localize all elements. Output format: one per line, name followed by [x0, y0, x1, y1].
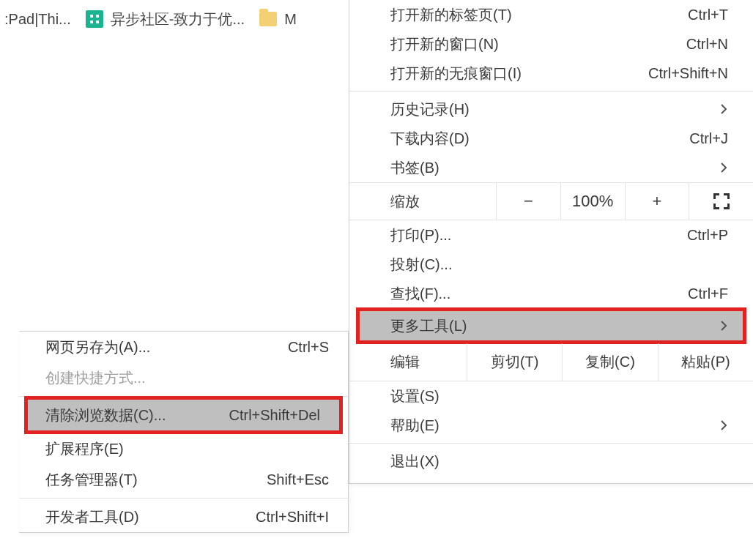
menu-more-tools[interactable]: 更多工具(L): [360, 311, 743, 340]
menu-separator: [19, 396, 348, 397]
menu-label: 清除浏览数据(C)...: [45, 406, 218, 425]
menu-label: 帮助(E): [390, 416, 712, 436]
bookmark-item-pad[interactable]: :Pad|Thi...: [4, 7, 78, 32]
menu-label: 打开新的窗口(N): [390, 34, 636, 54]
fullscreen-button[interactable]: [689, 183, 753, 220]
chevron-right-icon: [719, 321, 728, 331]
browser-main-menu: 打开新的标签页(T) Ctrl+T 打开新的窗口(N) Ctrl+N 打开新的无…: [349, 0, 753, 484]
menu-new-tab[interactable]: 打开新的标签页(T) Ctrl+T: [349, 0, 753, 29]
bookmark-item-yibu[interactable]: 异步社区-致力于优...: [78, 5, 252, 34]
menu-separator: [349, 91, 753, 92]
menu-shortcut: Ctrl+S: [288, 339, 329, 356]
folder-icon: [259, 12, 277, 26]
svg-rect-0: [90, 15, 93, 18]
menu-label: 投射(C)...: [390, 255, 728, 275]
bookmark-label: 异步社区-致力于优...: [111, 10, 245, 29]
menu-settings[interactable]: 设置(S): [349, 381, 753, 411]
menu-downloads[interactable]: 下载内容(D) Ctrl+J: [349, 124, 753, 153]
menu-edit-row: 编辑 剪切(T) 复制(C) 粘贴(P): [349, 343, 753, 381]
menu-label: 历史记录(H): [390, 100, 712, 119]
menu-label: 书签(B): [390, 158, 712, 178]
edit-paste-button[interactable]: 粘贴(P): [658, 343, 753, 381]
bookmark-label: M: [284, 11, 297, 28]
menu-new-incognito[interactable]: 打开新的无痕窗口(I) Ctrl+Shift+N: [349, 59, 753, 88]
menu-shortcut: Ctrl+Shift+Del: [229, 407, 321, 424]
svg-rect-2: [90, 20, 93, 23]
menu-label: 设置(S): [390, 387, 728, 406]
zoom-out-button[interactable]: −: [496, 183, 560, 220]
edit-copy-button[interactable]: 复制(C): [562, 343, 657, 381]
menu-label: 任务管理器(T): [45, 470, 255, 490]
submenu-dev-tools[interactable]: 开发者工具(D) Ctrl+Shift+I: [19, 501, 348, 532]
submenu-save-as[interactable]: 网页另存为(A)... Ctrl+S: [19, 332, 348, 362]
menu-shortcut: Ctrl+Shift+I: [256, 509, 329, 526]
menu-label: 开发者工具(D): [45, 507, 244, 527]
menu-shortcut: Ctrl+Shift+N: [648, 65, 728, 82]
menu-label: 创建快捷方式...: [45, 368, 329, 388]
chevron-right-icon: [719, 420, 728, 430]
svg-rect-1: [96, 15, 99, 18]
menu-label: 打开新的标签页(T): [390, 5, 636, 25]
menu-label: 打开新的无痕窗口(I): [390, 64, 636, 83]
menu-find[interactable]: 查找(F)... Ctrl+F: [349, 279, 753, 308]
menu-label: 下载内容(D): [390, 129, 636, 149]
menu-label: 网页另存为(A)...: [45, 337, 276, 357]
menu-label: 退出(X): [390, 452, 728, 471]
menu-shortcut: Ctrl+P: [648, 227, 728, 244]
zoom-in-button[interactable]: +: [625, 183, 689, 220]
edit-cut-button[interactable]: 剪切(T): [467, 343, 562, 381]
menu-zoom-row: 缩放 − 100% +: [349, 182, 753, 220]
zoom-label: 缩放: [349, 192, 496, 212]
menu-help[interactable]: 帮助(E): [349, 411, 753, 440]
chevron-right-icon: [719, 163, 728, 173]
menu-separator: [19, 498, 348, 499]
zoom-value: 100%: [560, 183, 625, 220]
menu-label: 扩展程序(E): [45, 439, 329, 459]
more-tools-submenu: 网页另存为(A)... Ctrl+S 创建快捷方式... 清除浏览数据(C)..…: [19, 331, 349, 533]
menu-print[interactable]: 打印(P)... Ctrl+P: [349, 220, 753, 250]
bookmark-item-folder[interactable]: M: [252, 7, 304, 32]
fullscreen-icon: [713, 193, 730, 209]
submenu-extensions[interactable]: 扩展程序(E): [19, 433, 348, 464]
menu-shortcut: Ctrl+F: [648, 285, 728, 302]
submenu-task-manager[interactable]: 任务管理器(T) Shift+Esc: [19, 464, 348, 495]
edit-label: 编辑: [349, 343, 467, 381]
menu-history[interactable]: 历史记录(H): [349, 94, 753, 124]
menu-shortcut: Ctrl+N: [648, 36, 728, 53]
bookmark-label: :Pad|Thi...: [4, 11, 71, 28]
menu-new-window[interactable]: 打开新的窗口(N) Ctrl+N: [349, 29, 753, 59]
menu-shortcut: Shift+Esc: [267, 471, 329, 488]
menu-label: 打印(P)...: [390, 225, 636, 245]
submenu-clear-browsing-data[interactable]: 清除浏览数据(C)... Ctrl+Shift+Del: [28, 400, 339, 430]
submenu-create-shortcut[interactable]: 创建快捷方式...: [19, 362, 348, 393]
menu-cast[interactable]: 投射(C)...: [349, 250, 753, 279]
svg-rect-3: [96, 20, 99, 23]
site-favicon-icon: [86, 10, 103, 28]
chevron-right-icon: [719, 104, 728, 114]
menu-label: 查找(F)...: [390, 284, 636, 304]
page-area: [0, 38, 349, 331]
menu-bookmarks[interactable]: 书签(B): [349, 153, 753, 182]
menu-shortcut: Ctrl+T: [648, 7, 728, 23]
menu-shortcut: Ctrl+J: [648, 130, 728, 147]
menu-separator: [349, 443, 753, 444]
menu-exit[interactable]: 退出(X): [349, 447, 753, 476]
menu-label: 更多工具(L): [390, 316, 712, 336]
